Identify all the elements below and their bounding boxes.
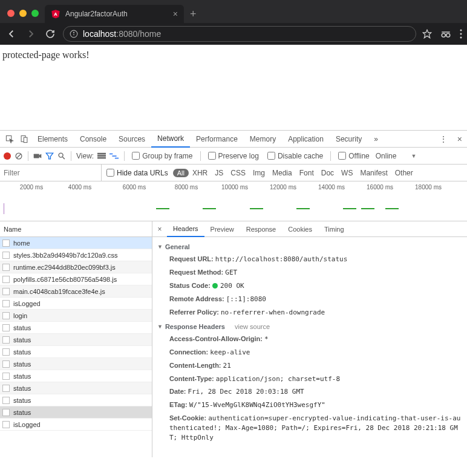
timeline-bars xyxy=(0,192,467,217)
request-row[interactable]: isLogged xyxy=(0,298,152,310)
search-icon[interactable] xyxy=(57,152,66,160)
request-row[interactable]: status xyxy=(0,382,152,394)
value-referrer-policy: no-referrer-when-downgrade xyxy=(221,308,325,316)
filter-other[interactable]: Other xyxy=(391,169,417,177)
tab-network[interactable]: Network xyxy=(151,131,190,148)
window-close-button[interactable] xyxy=(7,10,15,17)
tab-application[interactable]: Application xyxy=(282,131,330,148)
label-referrer-policy: Referrer Policy: xyxy=(169,308,219,316)
tab-title: Angular2factorAuth xyxy=(65,10,168,18)
filter-doc[interactable]: Doc xyxy=(318,169,338,177)
column-header-name[interactable]: Name xyxy=(0,221,152,237)
request-row[interactable]: polyfills.c6871e56cb80756a5498.js xyxy=(0,273,152,285)
request-row[interactable]: status xyxy=(0,322,152,334)
filter-ws[interactable]: WS xyxy=(338,169,356,177)
detail-tab-response[interactable]: Response xyxy=(240,221,282,237)
filter-all[interactable]: All xyxy=(173,169,189,177)
view-source-link[interactable]: view source xyxy=(235,323,270,330)
filter-input[interactable] xyxy=(0,165,102,181)
new-tab-button[interactable]: + xyxy=(184,8,203,23)
filter-manifest[interactable]: Manifest xyxy=(356,169,391,177)
reload-button[interactable] xyxy=(44,27,57,41)
tab-security[interactable]: Security xyxy=(330,131,368,148)
devtools-menu-icon[interactable]: ⋮ xyxy=(434,134,452,144)
throttle-dropdown[interactable]: Online▼ xyxy=(376,152,417,160)
filter-font[interactable]: Font xyxy=(296,169,318,177)
record-button[interactable] xyxy=(4,152,11,160)
devtools-close-icon[interactable]: × xyxy=(452,134,467,144)
tab-elements[interactable]: Elements xyxy=(31,131,74,148)
request-row[interactable]: styles.3bb2a9d4949b7dc120a9.css xyxy=(0,249,152,261)
svg-rect-27 xyxy=(115,157,119,158)
tab-performance[interactable]: Performance xyxy=(190,131,244,148)
request-row[interactable]: status xyxy=(0,394,152,406)
filter-img[interactable]: Img xyxy=(249,169,269,177)
angular-favicon: A xyxy=(51,9,60,19)
disable-cache-checkbox[interactable]: Disable cache xyxy=(265,152,325,160)
request-row[interactable]: status xyxy=(0,406,152,419)
svg-text:A: A xyxy=(54,11,57,17)
request-row[interactable]: main.c4048cab19fcace3fe4e.js xyxy=(0,285,152,298)
close-detail-icon[interactable]: × xyxy=(152,225,167,233)
filter-css[interactable]: CSS xyxy=(227,169,249,177)
network-toolbar: View: Group by frame Preserve log Disabl… xyxy=(0,148,467,165)
tab-memory[interactable]: Memory xyxy=(244,131,282,148)
browser-tab[interactable]: A Angular2factorAuth × xyxy=(45,5,184,23)
svg-line-21 xyxy=(62,157,65,159)
request-name: status xyxy=(13,385,31,392)
request-row[interactable]: isLogged xyxy=(0,419,152,431)
device-icon[interactable] xyxy=(17,132,31,146)
site-info-icon[interactable] xyxy=(70,30,78,38)
request-name: isLogged xyxy=(13,300,41,307)
window-maximize-button[interactable] xyxy=(31,10,39,17)
request-row[interactable]: status xyxy=(0,370,152,382)
group-by-frame-checkbox[interactable]: Group by frame xyxy=(129,152,195,160)
filter-xhr[interactable]: XHR xyxy=(189,169,211,177)
inspect-icon[interactable] xyxy=(2,132,17,146)
window-controls xyxy=(5,10,45,23)
detail-tab-preview[interactable]: Preview xyxy=(204,221,240,237)
tab-console[interactable]: Console xyxy=(74,131,113,148)
preserve-log-checkbox[interactable]: Preserve log xyxy=(206,152,261,160)
window-minimize-button[interactable] xyxy=(19,10,27,17)
url-field[interactable]: localhost:8080/home xyxy=(63,26,416,42)
incognito-icon xyxy=(440,30,451,38)
hide-data-urls-checkbox[interactable]: Hide data URLs xyxy=(102,169,173,177)
menu-icon[interactable] xyxy=(460,29,462,39)
filter-icon[interactable] xyxy=(45,152,54,160)
label-connection: Connection: xyxy=(169,348,208,356)
forward-button[interactable] xyxy=(24,27,38,41)
request-row[interactable]: runtime.ec2944dd8b20ec099bf3.js xyxy=(0,261,152,273)
offline-checkbox[interactable]: Offline xyxy=(336,152,371,160)
detail-tab-headers[interactable]: Headers xyxy=(167,221,204,237)
filter-media[interactable]: Media xyxy=(269,169,296,177)
star-icon[interactable] xyxy=(422,29,432,39)
timeline-tick: 4000 ms xyxy=(68,184,91,191)
value-content-type: application/json; charset=utf-8 xyxy=(216,375,340,383)
detail-tab-timing[interactable]: Timing xyxy=(318,221,350,237)
camera-icon[interactable] xyxy=(33,152,42,160)
detail-tab-cookies[interactable]: Cookies xyxy=(282,221,318,237)
back-button[interactable] xyxy=(5,27,18,41)
request-row[interactable]: status xyxy=(0,346,152,358)
filter-js[interactable]: JS xyxy=(211,169,227,177)
tab-overflow[interactable]: » xyxy=(368,131,384,148)
svg-point-20 xyxy=(59,153,63,157)
waterfall-icon[interactable] xyxy=(109,152,119,160)
request-row[interactable]: home xyxy=(0,237,152,249)
request-name: runtime.ec2944dd8b20ec099bf3.js xyxy=(13,264,116,271)
large-rows-icon[interactable] xyxy=(97,152,106,160)
tab-sources[interactable]: Sources xyxy=(113,131,151,148)
section-general[interactable]: ▼General xyxy=(157,240,462,253)
close-tab-icon[interactable]: × xyxy=(173,9,178,19)
timeline[interactable]: 2000 ms 4000 ms 6000 ms 8000 ms 10000 ms… xyxy=(0,181,467,221)
request-row[interactable]: login xyxy=(0,310,152,322)
filter-row: Hide data URLs All XHR JS CSS Img Media … xyxy=(0,165,467,181)
request-row[interactable]: status xyxy=(0,334,152,346)
file-icon xyxy=(2,324,10,331)
label-content-length: Content-Length: xyxy=(169,362,221,369)
request-row[interactable]: status xyxy=(0,358,152,370)
section-response-headers[interactable]: ▼Response Headersview source xyxy=(157,319,462,333)
timeline-cursor xyxy=(4,203,4,214)
clear-icon[interactable] xyxy=(15,152,23,160)
